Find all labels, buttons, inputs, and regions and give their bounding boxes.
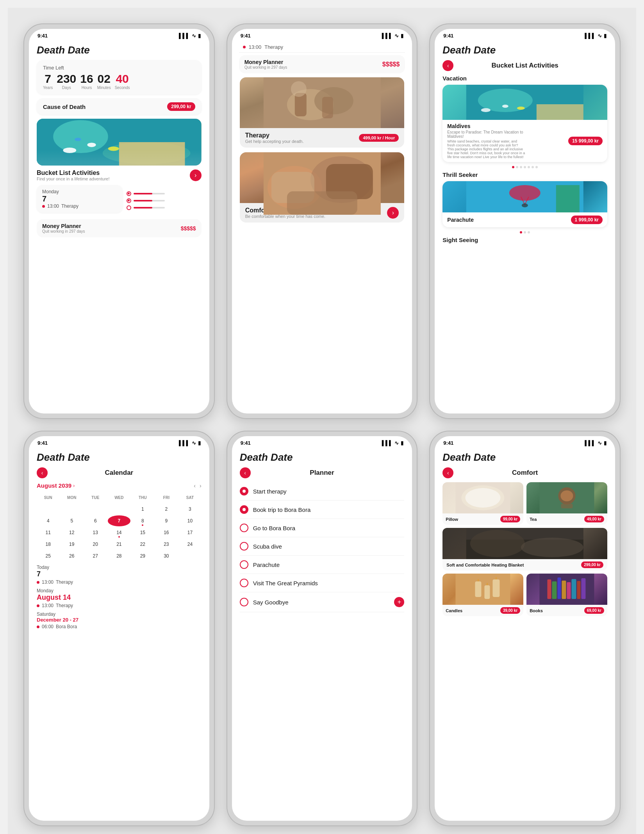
saturday-section: Saturday December 20 - 27 06:00 Bora Bor…: [37, 611, 202, 629]
books-item[interactable]: Books 69,00 kr: [526, 574, 607, 616]
cal-row-4: 18 19 20 21 22 23 24: [37, 539, 202, 550]
hours-value: 16: [80, 73, 93, 85]
status-bar-5: 9:41 ▌▌▌ ∿ ▮: [232, 436, 412, 447]
dot-therapy: [42, 205, 45, 208]
dot-1: [512, 166, 514, 168]
status-icons-5: ▌▌▌ ∿ ▮: [382, 440, 404, 446]
phone-5-frame: 9:41 ▌▌▌ ∿ ▮ Death Date ‹ Planner: [227, 431, 418, 826]
planner-item-5[interactable]: Parachute: [240, 556, 405, 574]
cal-today[interactable]: 7: [108, 515, 131, 526]
screen-header-4: ‹ Calendar: [37, 467, 202, 478]
schedule-day-1: Monday: [42, 189, 117, 194]
p2-money-sub: Quit working in 297 days: [244, 65, 287, 70]
svg-point-24: [502, 105, 508, 108]
saturday-event-name: Bora Bora: [56, 624, 77, 629]
bucket-list-arrow-btn[interactable]: ›: [190, 169, 202, 181]
seconds-label: Seconds: [115, 86, 130, 90]
screen-title-4: Calendar: [105, 469, 133, 477]
status-time-4: 9:41: [37, 440, 48, 446]
planner-item-1[interactable]: Start therapy: [240, 482, 405, 501]
svg-point-34: [466, 488, 501, 508]
radio-4[interactable]: [240, 542, 248, 551]
month-chevron[interactable]: ›: [73, 483, 75, 488]
svg-point-23: [481, 108, 491, 112]
planner-item-6[interactable]: Visit The Great Pyramids: [240, 574, 405, 592]
cal-fri: FRI: [155, 492, 178, 503]
therapy-card[interactable]: Therapy Get help accepting your death. 4…: [240, 77, 405, 148]
maldives-card[interactable]: Maldives Escape to Paradise: The Dream V…: [442, 85, 607, 162]
thrill-dot-2: [524, 231, 526, 233]
blanket-item[interactable]: Soft and Comfortable Heating Blanket 299…: [442, 528, 607, 570]
svg-rect-31: [556, 185, 580, 212]
signal-icon-4: ▌▌▌: [179, 440, 190, 446]
monday-section: Monday August 14 13:00 Therapy: [37, 588, 202, 608]
radio-6[interactable]: [240, 579, 248, 587]
status-icons-2: ▌▌▌ ∿ ▮: [382, 33, 404, 39]
monday-event-name: Therapy: [56, 603, 73, 608]
bucket-list-row: Bucket List Activities Find your once in…: [37, 169, 202, 181]
radio-3[interactable]: [240, 524, 248, 532]
saturday-day-label: Saturday: [37, 611, 202, 617]
parachute-overlay: Parachute 1 999,00 kr: [442, 212, 607, 227]
radio-5[interactable]: [240, 560, 248, 569]
add-item-btn[interactable]: +: [394, 597, 404, 607]
candles-item[interactable]: Candles 39,00 kr: [442, 574, 523, 616]
years-label: Years: [43, 86, 53, 90]
books-label-row: Books 69,00 kr: [526, 605, 607, 616]
monday-day-label: Monday: [37, 588, 202, 593]
time-unit-days: 230 Days: [57, 73, 76, 90]
bucket-list-title-1: Bucket List Activities: [37, 169, 110, 176]
cal-row-5: 25 26 27 28 29 30: [37, 551, 202, 561]
back-btn-3[interactable]: ‹: [442, 60, 453, 71]
app-title-6: Death Date: [442, 451, 607, 463]
planner-text-4: Scuba dive: [253, 543, 405, 550]
dot-saturday: [37, 626, 39, 628]
radio-7[interactable]: [240, 598, 248, 606]
planner-item-7[interactable]: Say Goodbye +: [240, 592, 405, 612]
money-sub-1: Quit working in 297 days: [42, 229, 85, 233]
back-btn-4[interactable]: ‹: [37, 467, 48, 478]
planner-item-4[interactable]: Scuba dive: [240, 537, 405, 556]
back-btn-5[interactable]: ‹: [240, 467, 251, 478]
money-planner-row-1[interactable]: Money Planner Quit working in 297 days $…: [37, 219, 202, 237]
svg-point-27: [509, 185, 541, 201]
phone-1-frame: 9:41 ▌▌▌ ∿ ▮ Death Date Time Left 7 Year…: [23, 23, 215, 419]
p2-money-title: Money Planner: [244, 59, 287, 65]
wifi-icon-3: ∿: [598, 33, 602, 39]
pillow-img: [442, 482, 523, 513]
p2-time: 13:00: [249, 44, 262, 50]
wifi-icon-2: ∿: [394, 33, 399, 39]
svg-rect-58: [582, 578, 586, 599]
candles-img: [442, 574, 523, 605]
phone-6-content: Death Date ‹ Comfort: [435, 447, 615, 821]
back-btn-6[interactable]: ‹: [442, 467, 453, 478]
dot-4: [524, 166, 526, 168]
tea-label-row: Tea 49,00 kr: [526, 513, 607, 525]
thrill-dot-1: [520, 231, 522, 233]
signal-icon-2: ▌▌▌: [382, 33, 393, 39]
cal-prev[interactable]: ‹: [194, 483, 196, 489]
cause-of-death-row[interactable]: Cause of Death 299,00 kr: [37, 98, 202, 115]
radio-1[interactable]: [240, 487, 248, 495]
p2-top-bar: 13:00 Therapy Money Planner Quit working…: [232, 40, 412, 77]
cal-row-2: 4 5 6 7 8 9 10: [37, 515, 202, 526]
parachute-card[interactable]: Parachute 1 999,00 kr: [442, 181, 607, 227]
cal-mon: MON: [61, 492, 84, 503]
status-bar-2: 9:41 ▌▌▌ ∿ ▮: [232, 29, 412, 40]
maldives-price: 15 999,00 kr: [568, 137, 603, 145]
planner-item-3[interactable]: Go to Bora Bora: [240, 519, 405, 537]
comfort-card[interactable]: Comfort Be comfortable when your time ha…: [240, 152, 405, 223]
radio-progress-2: [127, 198, 202, 203]
maldives-desc1: Escape to Paradise: The Dream Vacation t…: [447, 130, 525, 139]
cal-next[interactable]: ›: [200, 483, 202, 489]
dot-today: [37, 581, 39, 584]
svg-point-4: [63, 148, 76, 153]
tea-item[interactable]: Tea 49,00 kr: [526, 482, 607, 525]
pillow-item[interactable]: Pillow 99,00 kr: [442, 482, 523, 525]
signal-icon-3: ▌▌▌: [585, 33, 596, 39]
planner-item-2[interactable]: Book trip to Bora Bora: [240, 501, 405, 519]
status-bar-1: 9:41 ▌▌▌ ∿ ▮: [29, 29, 209, 40]
radio-2[interactable]: [240, 505, 248, 514]
screen-title-5: Planner: [310, 469, 334, 477]
status-time-5: 9:41: [241, 440, 251, 446]
